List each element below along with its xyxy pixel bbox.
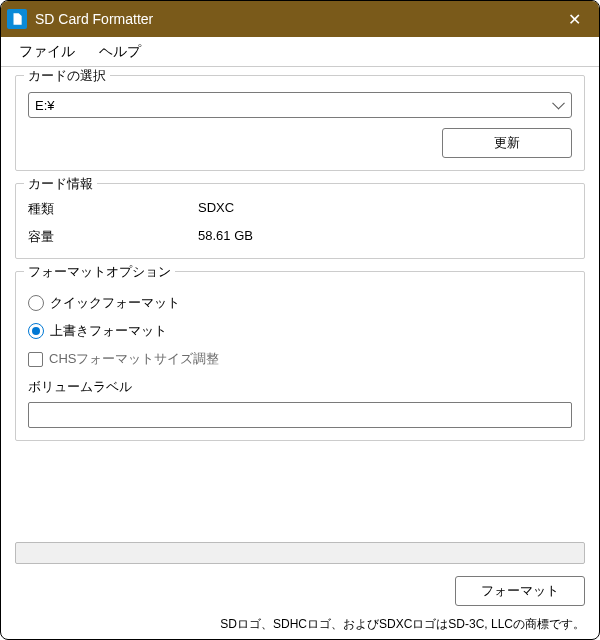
group-card-info: カード情報 種類 SDXC 容量 58.61 GB: [15, 183, 585, 259]
app-window: SD Card Formatter ✕ ファイル ヘルプ カードの選択 E:¥ …: [0, 0, 600, 640]
volume-label-input[interactable]: [28, 402, 572, 428]
radio-quick-format[interactable]: クイックフォーマット: [28, 294, 572, 312]
group-card-select: カードの選択 E:¥ 更新: [15, 75, 585, 171]
radio-overwrite-icon: [28, 323, 44, 339]
info-row-capacity: 容量 58.61 GB: [28, 228, 572, 246]
radio-overwrite-format[interactable]: 上書きフォーマット: [28, 322, 572, 340]
group-card-select-label: カードの選択: [24, 67, 110, 85]
progress-bar: [15, 542, 585, 564]
group-format-options-label: フォーマットオプション: [24, 263, 175, 281]
close-button[interactable]: ✕: [551, 1, 597, 37]
info-type-label: 種類: [28, 200, 198, 218]
window-title: SD Card Formatter: [35, 11, 551, 27]
checkbox-chs-icon: [28, 352, 43, 367]
menubar: ファイル ヘルプ: [1, 37, 599, 67]
volume-label-caption: ボリュームラベル: [28, 378, 572, 396]
app-sd-icon: [7, 9, 27, 29]
group-card-info-label: カード情報: [24, 175, 97, 193]
content-area: カードの選択 E:¥ 更新 カード情報 種類 SDXC 容量 58.61 GB …: [1, 67, 599, 639]
info-capacity-label: 容量: [28, 228, 198, 246]
drive-select-value: E:¥: [35, 98, 55, 113]
footer-trademark-note: SDロゴ、SDHCロゴ、およびSDXCロゴはSD-3C, LLCの商標です。: [15, 616, 585, 633]
radio-quick-icon: [28, 295, 44, 311]
radio-quick-label: クイックフォーマット: [50, 294, 180, 312]
refresh-row: 更新: [28, 128, 572, 158]
group-format-options: フォーマットオプション クイックフォーマット 上書きフォーマット CHSフォーマ…: [15, 271, 585, 441]
menu-file[interactable]: ファイル: [7, 39, 87, 65]
radio-overwrite-label: 上書きフォーマット: [50, 322, 167, 340]
info-capacity-value: 58.61 GB: [198, 228, 253, 246]
close-icon: ✕: [568, 10, 581, 29]
checkbox-chs-label: CHSフォーマットサイズ調整: [49, 350, 219, 368]
drive-select[interactable]: E:¥: [28, 92, 572, 118]
info-type-value: SDXC: [198, 200, 234, 218]
checkbox-chs[interactable]: CHSフォーマットサイズ調整: [28, 350, 572, 368]
menu-help[interactable]: ヘルプ: [87, 39, 153, 65]
action-row: フォーマット: [15, 576, 585, 606]
info-row-type: 種類 SDXC: [28, 200, 572, 218]
format-button[interactable]: フォーマット: [455, 576, 585, 606]
refresh-button[interactable]: 更新: [442, 128, 572, 158]
titlebar: SD Card Formatter ✕: [1, 1, 599, 37]
